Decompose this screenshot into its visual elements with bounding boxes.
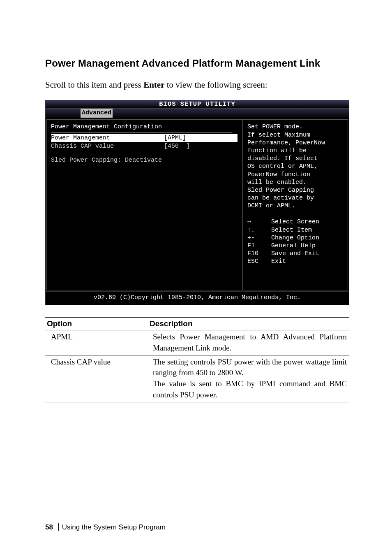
nav-key: ↑↓ [247,226,271,234]
bios-nav-row: ESC Exit [247,258,344,265]
bios-nav-row: +- Change Option [247,234,344,242]
bios-nav-help: ↔ Select Screen ↑↓ Select Item +- Change… [247,218,344,265]
nav-key: +- [247,234,271,242]
nav-label: Select Item [271,226,312,234]
bios-left-pane: Power Management Configuration Power Man… [46,119,243,290]
intro-suffix: to view the following screen: [164,80,267,90]
options-table: Option Description APML Selects Power Ma… [45,317,349,403]
table-row: Chassis CAP value The setting controls P… [45,355,349,402]
bios-row-chassis-cap: Chassis CAP value [450 ] [51,142,238,150]
nav-label: Save and Exit [271,250,319,258]
intro-text: Scroll to this item and press Enter to v… [45,79,351,91]
bios-status-line: Sled Power Capping: Deactivate [51,156,238,164]
nav-key: F10 [247,250,271,258]
bios-title: BIOS SETUP UTILITY [46,100,349,109]
footer-separator [58,523,59,531]
nav-key: F1 [247,242,271,250]
bios-row-label: Power Management [51,134,164,142]
nav-key: ESC [247,258,271,265]
bios-row-power-management: Power Management [APML] [51,134,238,142]
bios-nav-row: ↑↓ Select Item [247,226,344,234]
table-row: APML Selects Power Management to AMD Adv… [45,330,349,355]
page-footer: 58 Using the System Setup Program [45,523,166,531]
option-name: Chassis CAP value [45,355,148,402]
option-name: APML [45,330,148,355]
bios-row-value: [APML] [164,134,186,142]
bios-right-pane: Set POWER mode. If select Maximum Perfor… [243,119,348,290]
bios-row-label: Chassis CAP value [51,142,164,150]
bios-nav-row: F10 Save and Exit [247,250,344,258]
nav-label: Exit [271,258,286,265]
intro-key: Enter [143,80,164,90]
nav-label: Select Screen [271,218,319,226]
option-description: Selects Power Management to AMD Advanced… [148,330,349,355]
divider [51,132,232,133]
bios-row-value: [450 ] [164,142,190,150]
footer-section: Using the System Setup Program [62,523,166,531]
bios-screenshot: BIOS SETUP UTILITY Advanced Power Manage… [45,100,349,305]
bios-nav-row: F1 General Help [247,242,344,250]
bios-nav-row: ↔ Select Screen [247,218,344,226]
bios-status-text: Sled Power Capping: Deactivate [51,156,162,164]
nav-label: General Help [271,242,316,250]
nav-label: Change Option [271,234,319,242]
option-description: The setting controls PSU power with the … [148,355,349,402]
bios-tabbar: Advanced [46,109,349,118]
table-header-description: Description [148,317,349,330]
page-number: 58 [45,523,53,531]
section-heading: Power Management Advanced Platform Manag… [45,58,351,69]
bios-footer: v02.69 (C)Copyright 1985-2010, American … [46,291,349,304]
nav-key: ↔ [247,218,271,226]
bios-tab-advanced: Advanced [81,109,113,117]
intro-prefix: Scroll to this item and press [45,80,143,90]
bios-section-title: Power Management Configuration [51,123,238,131]
bios-help-text: Set POWER mode. If select Maximum Perfor… [247,123,344,210]
table-header-option: Option [45,317,148,330]
